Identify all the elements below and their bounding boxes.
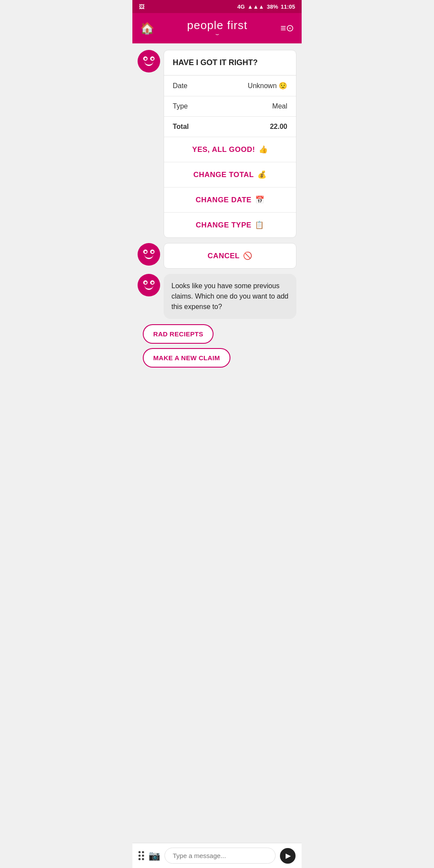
total-label: Total [173, 123, 189, 131]
first-message-row: HAVE I GOT IT RIGHT? Date Unknown 😟 Type… [138, 50, 296, 238]
cancel-emoji: 🚫 [243, 251, 253, 260]
make-new-claim-button[interactable]: MAKE A NEW CLAIM [143, 348, 230, 368]
bot-message-text: Looks like you have some previous claims… [171, 282, 288, 310]
signal-bars: ▲▲▲ [247, 3, 264, 10]
card-title: HAVE I GOT IT RIGHT? [173, 58, 258, 67]
money-bag-emoji: 💰 [257, 170, 267, 179]
total-value: 22.00 [270, 123, 287, 131]
status-right: 4G ▲▲▲ 38% 11:05 [237, 3, 295, 10]
clipboard-emoji: 📋 [255, 220, 264, 230]
rad-receipts-label: RAD RECIEPTS [153, 330, 203, 338]
change-date-label: CHANGE DATE [196, 196, 252, 204]
cancel-label: CANCEL [207, 252, 240, 260]
photo-icon: 🖼 [139, 3, 145, 10]
calendar-emoji: 📅 [255, 195, 265, 204]
status-left: 🖼 [139, 3, 145, 10]
logo-smile: ⌣ [215, 30, 219, 38]
make-new-claim-label: MAKE A NEW CLAIM [153, 354, 220, 362]
app-header: 🏠 people first ⌣ ≡⊙ [132, 13, 302, 43]
bot-message-row: Looks like you have some previous claims… [138, 274, 296, 319]
type-row: Type Meal [164, 96, 296, 117]
menu-sliders-button[interactable]: ≡⊙ [280, 23, 294, 34]
rad-receipts-button[interactable]: RAD RECIEPTS [143, 324, 214, 344]
status-bar: 🖼 4G ▲▲▲ 38% 11:05 [132, 0, 302, 13]
avatar-cancel [138, 243, 160, 266]
home-button[interactable]: 🏠 [140, 22, 154, 35]
type-value: Meal [272, 102, 287, 110]
type-label: Type [173, 102, 188, 110]
bot-message-bubble: Looks like you have some previous claims… [164, 274, 296, 319]
app-logo: people first ⌣ [154, 19, 280, 38]
thumbs-up-emoji: 👍 [259, 145, 268, 154]
yes-all-good-label: YES, ALL GOOD! [192, 145, 255, 154]
battery-label: 38% [267, 3, 278, 10]
cancel-row: CANCEL 🚫 [138, 243, 296, 269]
change-date-button[interactable]: CHANGE DATE 📅 [164, 187, 296, 213]
time-label: 11:05 [281, 3, 295, 10]
action-buttons-row: RAD RECIEPTS MAKE A NEW CLAIM [138, 324, 296, 373]
cancel-card: CANCEL 🚫 [164, 243, 296, 269]
change-total-button[interactable]: CHANGE TOTAL 💰 [164, 162, 296, 187]
signal-label: 4G [237, 3, 245, 10]
avatar-top [138, 50, 160, 72]
date-label: Date [173, 82, 187, 90]
confirmation-card: HAVE I GOT IT RIGHT? Date Unknown 😟 Type… [164, 50, 296, 238]
change-total-label: CHANGE TOTAL [194, 171, 254, 179]
date-row: Date Unknown 😟 [164, 76, 296, 96]
avatar-bot [138, 274, 160, 296]
change-type-label: CHANGE TYPE [196, 221, 251, 230]
yes-all-good-button[interactable]: YES, ALL GOOD! 👍 [164, 137, 296, 162]
total-row: Total 22.00 [164, 117, 296, 137]
chat-area: HAVE I GOT IT RIGHT? Date Unknown 😟 Type… [132, 43, 302, 419]
card-header: HAVE I GOT IT RIGHT? [164, 50, 296, 76]
cancel-button[interactable]: CANCEL 🚫 [164, 243, 296, 268]
date-value: Unknown 😟 [248, 82, 287, 90]
change-type-button[interactable]: CHANGE TYPE 📋 [164, 213, 296, 237]
